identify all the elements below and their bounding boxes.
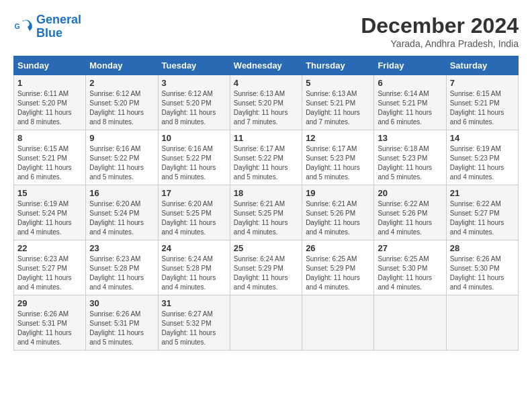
calendar-cell: 22 Sunrise: 6:23 AMSunset: 5:27 PMDaylig… xyxy=(14,240,86,295)
day-number: 31 xyxy=(162,298,226,308)
day-info: Sunrise: 6:22 AMSunset: 5:26 PMDaylight:… xyxy=(378,200,432,236)
day-info: Sunrise: 6:21 AMSunset: 5:25 PMDaylight:… xyxy=(234,200,288,236)
calendar-cell: 7 Sunrise: 6:15 AMSunset: 5:21 PMDayligh… xyxy=(446,75,518,130)
weekday-header-friday: Friday xyxy=(374,56,446,75)
day-number: 22 xyxy=(17,243,82,253)
calendar-cell: 17 Sunrise: 6:20 AMSunset: 5:25 PMDaylig… xyxy=(158,185,230,240)
calendar-cell: 24 Sunrise: 6:24 AMSunset: 5:28 PMDaylig… xyxy=(158,240,230,295)
day-number: 18 xyxy=(234,188,298,198)
day-number: 25 xyxy=(234,243,298,253)
day-info: Sunrise: 6:19 AMSunset: 5:24 PMDaylight:… xyxy=(17,200,72,236)
day-info: Sunrise: 6:14 AMSunset: 5:21 PMDaylight:… xyxy=(378,90,432,126)
day-number: 6 xyxy=(378,78,442,88)
day-info: Sunrise: 6:11 AMSunset: 5:20 PMDaylight:… xyxy=(17,90,72,126)
calendar-cell: 20 Sunrise: 6:22 AMSunset: 5:26 PMDaylig… xyxy=(374,185,446,240)
day-info: Sunrise: 6:19 AMSunset: 5:23 PMDaylight:… xyxy=(450,145,504,181)
day-info: Sunrise: 6:18 AMSunset: 5:23 PMDaylight:… xyxy=(378,145,432,181)
logo: G General Blue xyxy=(13,13,81,40)
day-number: 26 xyxy=(306,243,370,253)
day-number: 3 xyxy=(162,78,226,88)
day-info: Sunrise: 6:27 AMSunset: 5:32 PMDaylight:… xyxy=(162,310,216,346)
calendar-cell xyxy=(302,295,374,351)
day-info: Sunrise: 6:26 AMSunset: 5:31 PMDaylight:… xyxy=(89,310,144,346)
calendar-week-row: 29 Sunrise: 6:26 AMSunset: 5:31 PMDaylig… xyxy=(14,295,519,351)
day-number: 23 xyxy=(89,243,154,253)
day-number: 21 xyxy=(450,188,515,198)
day-info: Sunrise: 6:21 AMSunset: 5:26 PMDaylight:… xyxy=(306,200,360,236)
calendar-cell: 12 Sunrise: 6:17 AMSunset: 5:23 PMDaylig… xyxy=(302,130,374,185)
calendar-week-row: 8 Sunrise: 6:15 AMSunset: 5:21 PMDayligh… xyxy=(14,130,519,185)
day-number: 15 xyxy=(17,188,82,198)
logo-icon: G xyxy=(13,17,34,37)
day-number: 24 xyxy=(162,243,226,253)
day-info: Sunrise: 6:26 AMSunset: 5:31 PMDaylight:… xyxy=(17,310,72,346)
calendar-cell xyxy=(374,295,446,351)
day-info: Sunrise: 6:16 AMSunset: 5:22 PMDaylight:… xyxy=(89,145,144,181)
calendar-cell: 13 Sunrise: 6:18 AMSunset: 5:23 PMDaylig… xyxy=(374,130,446,185)
calendar-cell: 9 Sunrise: 6:16 AMSunset: 5:22 PMDayligh… xyxy=(86,130,158,185)
weekday-header-sunday: Sunday xyxy=(14,56,86,75)
calendar-cell: 10 Sunrise: 6:16 AMSunset: 5:22 PMDaylig… xyxy=(158,130,230,185)
calendar-cell: 14 Sunrise: 6:19 AMSunset: 5:23 PMDaylig… xyxy=(446,130,518,185)
calendar-cell: 5 Sunrise: 6:13 AMSunset: 5:21 PMDayligh… xyxy=(302,75,374,130)
day-number: 5 xyxy=(306,78,370,88)
day-info: Sunrise: 6:13 AMSunset: 5:21 PMDaylight:… xyxy=(306,90,360,126)
day-number: 20 xyxy=(378,188,442,198)
day-number: 1 xyxy=(17,78,82,88)
logo-line1: General xyxy=(36,13,81,26)
day-info: Sunrise: 6:17 AMSunset: 5:22 PMDaylight:… xyxy=(234,145,288,181)
day-info: Sunrise: 6:23 AMSunset: 5:28 PMDaylight:… xyxy=(89,255,144,291)
day-info: Sunrise: 6:12 AMSunset: 5:20 PMDaylight:… xyxy=(89,90,144,126)
day-info: Sunrise: 6:23 AMSunset: 5:27 PMDaylight:… xyxy=(17,255,72,291)
weekday-header-tuesday: Tuesday xyxy=(158,56,230,75)
calendar-table: SundayMondayTuesdayWednesdayThursdayFrid… xyxy=(13,56,519,351)
logo-line2: Blue xyxy=(36,26,62,40)
calendar-cell: 23 Sunrise: 6:23 AMSunset: 5:28 PMDaylig… xyxy=(86,240,158,295)
day-info: Sunrise: 6:24 AMSunset: 5:29 PMDaylight:… xyxy=(234,255,288,291)
day-number: 4 xyxy=(234,78,298,88)
day-info: Sunrise: 6:24 AMSunset: 5:28 PMDaylight:… xyxy=(162,255,216,291)
day-number: 14 xyxy=(450,133,515,143)
calendar-cell: 21 Sunrise: 6:22 AMSunset: 5:27 PMDaylig… xyxy=(446,185,518,240)
calendar-cell: 30 Sunrise: 6:26 AMSunset: 5:31 PMDaylig… xyxy=(86,295,158,351)
day-number: 10 xyxy=(162,133,226,143)
location: Yarada, Andhra Pradesh, India xyxy=(361,38,519,49)
calendar-week-row: 15 Sunrise: 6:19 AMSunset: 5:24 PMDaylig… xyxy=(14,185,519,240)
day-number: 8 xyxy=(17,133,82,143)
calendar-cell: 19 Sunrise: 6:21 AMSunset: 5:26 PMDaylig… xyxy=(302,185,374,240)
calendar-cell: 6 Sunrise: 6:14 AMSunset: 5:21 PMDayligh… xyxy=(374,75,446,130)
calendar-cell: 18 Sunrise: 6:21 AMSunset: 5:25 PMDaylig… xyxy=(230,185,302,240)
month-title: December 2024 xyxy=(361,13,519,38)
day-number: 17 xyxy=(162,188,226,198)
calendar-cell: 31 Sunrise: 6:27 AMSunset: 5:32 PMDaylig… xyxy=(158,295,230,351)
calendar-cell: 15 Sunrise: 6:19 AMSunset: 5:24 PMDaylig… xyxy=(14,185,86,240)
calendar-cell: 25 Sunrise: 6:24 AMSunset: 5:29 PMDaylig… xyxy=(230,240,302,295)
day-info: Sunrise: 6:22 AMSunset: 5:27 PMDaylight:… xyxy=(450,200,504,236)
day-info: Sunrise: 6:20 AMSunset: 5:25 PMDaylight:… xyxy=(162,200,216,236)
day-info: Sunrise: 6:25 AMSunset: 5:29 PMDaylight:… xyxy=(306,255,360,291)
weekday-header-thursday: Thursday xyxy=(302,56,374,75)
page-header: G General Blue December 2024 Yarada, And… xyxy=(13,13,519,49)
calendar-cell: 4 Sunrise: 6:13 AMSunset: 5:20 PMDayligh… xyxy=(230,75,302,130)
day-number: 28 xyxy=(450,243,515,253)
day-number: 11 xyxy=(234,133,298,143)
calendar-cell: 28 Sunrise: 6:26 AMSunset: 5:30 PMDaylig… xyxy=(446,240,518,295)
calendar-cell: 8 Sunrise: 6:15 AMSunset: 5:21 PMDayligh… xyxy=(14,130,86,185)
day-info: Sunrise: 6:13 AMSunset: 5:20 PMDaylight:… xyxy=(234,90,288,126)
day-info: Sunrise: 6:15 AMSunset: 5:21 PMDaylight:… xyxy=(450,90,504,126)
weekday-header-wednesday: Wednesday xyxy=(230,56,302,75)
day-number: 19 xyxy=(306,188,370,198)
logo-text: General Blue xyxy=(36,13,81,40)
day-info: Sunrise: 6:15 AMSunset: 5:21 PMDaylight:… xyxy=(17,145,72,181)
day-info: Sunrise: 6:25 AMSunset: 5:30 PMDaylight:… xyxy=(378,255,432,291)
calendar-week-row: 1 Sunrise: 6:11 AMSunset: 5:20 PMDayligh… xyxy=(14,75,519,130)
day-info: Sunrise: 6:20 AMSunset: 5:24 PMDaylight:… xyxy=(89,200,144,236)
day-info: Sunrise: 6:26 AMSunset: 5:30 PMDaylight:… xyxy=(450,255,504,291)
day-number: 2 xyxy=(89,78,154,88)
calendar-cell: 11 Sunrise: 6:17 AMSunset: 5:22 PMDaylig… xyxy=(230,130,302,185)
calendar-cell: 1 Sunrise: 6:11 AMSunset: 5:20 PMDayligh… xyxy=(14,75,86,130)
day-number: 13 xyxy=(378,133,442,143)
calendar-cell: 27 Sunrise: 6:25 AMSunset: 5:30 PMDaylig… xyxy=(374,240,446,295)
weekday-header-row: SundayMondayTuesdayWednesdayThursdayFrid… xyxy=(14,56,519,75)
day-number: 16 xyxy=(89,188,154,198)
